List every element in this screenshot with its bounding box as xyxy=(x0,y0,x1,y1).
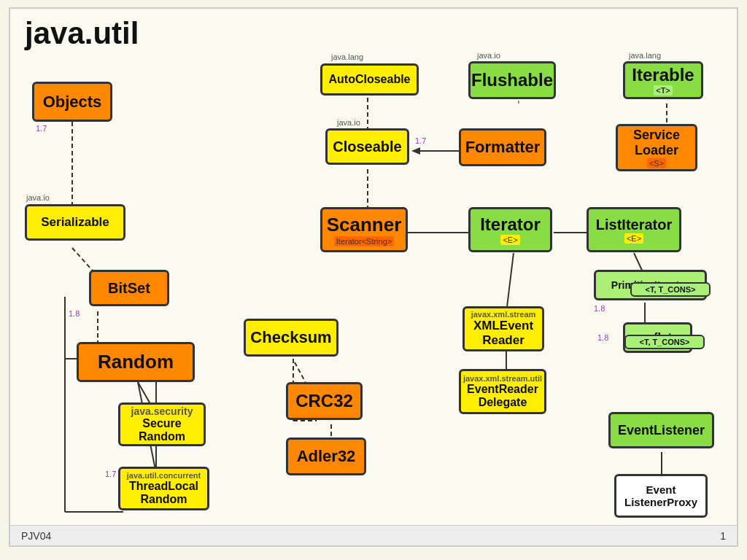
node-serviceloader: Service Loader <S> xyxy=(616,124,697,171)
node-scanner: Scanner Iterator<String> xyxy=(320,207,408,252)
node-listiterator: ListIterator <E> xyxy=(587,207,681,252)
node-xmleventreader: javax.xml.stream XMLEvent Reader xyxy=(462,306,544,351)
flushable-pkg: java.io xyxy=(477,51,500,60)
node-eventlistenerproxy: Event ListenerProxy xyxy=(614,474,708,518)
node-autocloseable: AutoCloseable xyxy=(320,63,419,96)
objects-version-label: 1.7 xyxy=(36,124,47,133)
node-eventreaderdelegate: javax.xml.stream.util EventReader Delega… xyxy=(459,369,546,414)
bitset-version: 1.8 xyxy=(69,309,80,318)
node-serializable: Serializable xyxy=(25,204,125,241)
svg-marker-13 xyxy=(411,147,420,155)
node-flushable: Flushable xyxy=(468,61,556,99)
iterable-sublabel: <T> xyxy=(654,85,673,96)
node-bitset: BitSet xyxy=(89,270,169,306)
node-iterable: Iterable <T> xyxy=(623,61,703,99)
serializable-pkg: java.io xyxy=(26,193,50,202)
svg-line-20 xyxy=(506,253,514,313)
listiterator-sublabel: <E> xyxy=(624,233,643,244)
node-ofint-generic: <T, T_CONS> xyxy=(624,335,705,349)
node-random: Random xyxy=(77,342,195,382)
closeable-pkg: java.io xyxy=(337,118,360,127)
node-adler32: Adler32 xyxy=(286,438,366,475)
closeable-version: 1.7 xyxy=(415,136,426,145)
main-container: java.util xyxy=(9,7,738,547)
threadlocal-version: 1.7 xyxy=(105,470,116,478)
node-primitiveiterator-generic: <T, T_CONS> xyxy=(630,282,711,297)
scanner-sublabel: Iterator<String> xyxy=(334,236,394,246)
autocloseable-pkg: java.lang xyxy=(331,52,363,61)
footer-right: 1 xyxy=(720,530,726,542)
node-threadlocalrandom: java.util.concurrent ThreadLocal Random xyxy=(118,467,209,510)
node-crc32: CRC32 xyxy=(286,382,363,420)
node-checksum: Checksum xyxy=(244,319,338,357)
bottom-bar: PJV04 1 xyxy=(10,525,737,545)
node-securerandom: java.security Secure Random xyxy=(118,402,206,446)
node-formatter: Formatter xyxy=(459,128,546,166)
node-iterator: Iterator <E> xyxy=(468,207,552,252)
primitiveiterator-version: 1.8 xyxy=(594,304,605,313)
page-title: java.util xyxy=(25,16,139,51)
footer-left: PJV04 xyxy=(21,530,51,542)
iterable-pkg: java.lang xyxy=(629,51,661,60)
node-closeable: Closeable xyxy=(325,128,409,165)
node-objects: Objects xyxy=(32,82,112,122)
ofint-version: 1.8 xyxy=(597,333,608,342)
iterator-sublabel: <E> xyxy=(500,235,519,245)
serviceloader-sublabel: <S> xyxy=(647,158,666,168)
node-eventlistener: EventListener xyxy=(608,412,714,448)
